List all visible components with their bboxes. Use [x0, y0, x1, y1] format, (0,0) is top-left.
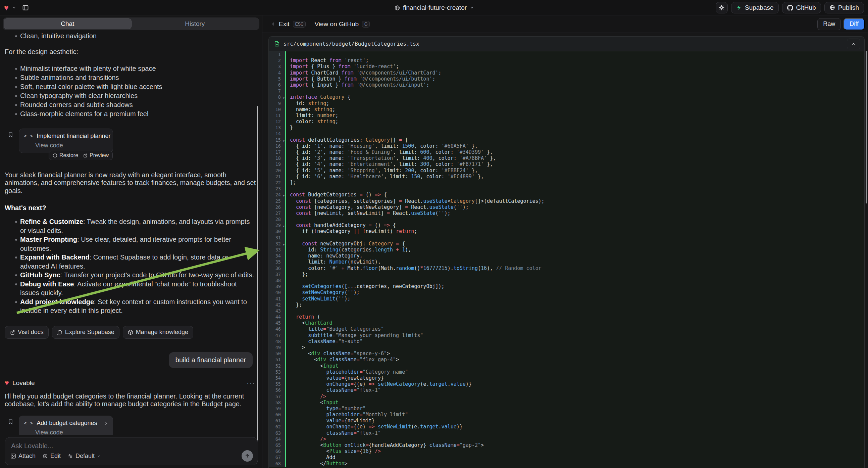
list-item: Soft, neutral color palette with light b… — [5, 82, 257, 91]
g-key-badge: G — [362, 21, 370, 28]
esc-key-badge: ESC — [293, 21, 306, 28]
manage-knowledge-button[interactable]: Manage knowledge — [123, 326, 193, 339]
bookmark-icon[interactable] — [8, 418, 13, 426]
top-bar: ♥ financial-future-creator Supabase — [0, 0, 868, 16]
exit-button[interactable]: Exit ESC — [271, 21, 306, 28]
supabase-button[interactable]: Supabase — [731, 2, 779, 13]
model-selector[interactable]: Default — [67, 452, 101, 460]
edit-mode-button[interactable]: Edit — [42, 452, 61, 460]
view-on-github-button[interactable]: View on GitHub G — [314, 21, 370, 28]
code-scrollbar[interactable] — [866, 51, 867, 203]
view-code-link[interactable]: View code — [35, 429, 108, 435]
sidebar-toggle-button[interactable] — [20, 2, 32, 13]
chevron-down-icon — [470, 6, 474, 10]
list-item: Subtle animations and transitions — [5, 73, 257, 82]
collapse-file-button[interactable] — [847, 39, 860, 49]
list-item: Glass-morphic elements for a premium fee… — [5, 110, 257, 118]
list-item: Rounded corners and subtle shadows — [5, 100, 257, 110]
sliders-icon — [67, 453, 73, 459]
list-item: Refine & Customize: Tweak the design, an… — [5, 217, 257, 235]
composer: Attach Edit Default — [5, 437, 258, 465]
list-item: Clean typography with clear hierarchies — [5, 91, 257, 100]
chevron-up-icon — [851, 41, 856, 46]
tab-history[interactable]: History — [131, 19, 259, 29]
github-icon — [787, 5, 793, 11]
publish-button[interactable]: Publish — [825, 2, 864, 13]
version-card-wrap: < > Implement financial planner View cod… — [19, 128, 113, 153]
user-message: build a financial planner — [169, 352, 253, 368]
arrow-up-icon — [245, 453, 250, 459]
bullet-list: Clean, intuitive navigation — [5, 32, 257, 40]
restore-icon — [53, 153, 57, 158]
globe-icon — [829, 5, 835, 10]
chat-panel: Chat History Clean, intuitive navigation… — [0, 16, 262, 468]
aesthetic-bullet-list: Minimalist interface with plenty of whit… — [5, 64, 257, 118]
globe-icon — [394, 5, 400, 11]
file-added-icon — [274, 40, 280, 47]
project-name: financial-future-creator — [403, 4, 467, 11]
intro-text: I'll help you add budget categories to t… — [5, 392, 257, 408]
assistant-header: ♥ Lovable ··· — [5, 379, 257, 387]
version-card-title: Add budget categories — [37, 420, 100, 427]
version-card-wrap: < > Add budget categories View code Rest… — [19, 416, 113, 435]
list-item: Clean, intuitive navigation — [5, 32, 257, 40]
send-button[interactable] — [242, 450, 253, 462]
list-item: Add project knowledge: Set key context o… — [5, 297, 257, 315]
list-item: Master Prompting: Use clear, detailed, a… — [5, 235, 257, 253]
file-path: src/components/budget/BudgetCategories.t… — [283, 40, 420, 47]
restore-button[interactable]: Restore — [53, 152, 78, 158]
supabase-bolt-icon — [736, 5, 742, 10]
message-menu-button[interactable]: ··· — [247, 379, 255, 387]
attach-button[interactable]: Attach — [10, 452, 36, 460]
code-lines[interactable]: 12import React from 'react';3import { Pl… — [269, 51, 864, 468]
list-item: Expand with Backend: Connect Supabase to… — [5, 253, 257, 271]
image-icon — [10, 453, 16, 459]
chevron-down-icon[interactable] — [12, 6, 16, 10]
restore-preview-toolbar: Restore Preview — [49, 151, 113, 160]
chat-input[interactable] — [11, 442, 252, 450]
code-panel: Exit ESC View on GitHub G Raw Diff src/c… — [262, 16, 868, 468]
chat-scrollbar[interactable] — [257, 106, 258, 450]
next-steps-list: Refine & Customize: Tweak the design, an… — [5, 217, 257, 315]
file-header[interactable]: src/components/budget/BudgetCategories.t… — [269, 37, 864, 51]
version-card-implement-financial-planner[interactable]: < > Implement financial planner View cod… — [19, 128, 113, 153]
app-window: ♥ financial-future-creator Supabase — [0, 0, 868, 468]
project-switcher[interactable]: financial-future-creator — [394, 0, 474, 16]
chat-bubble-icon — [57, 330, 62, 335]
tab-chat[interactable]: Chat — [4, 19, 131, 29]
version-card-title: Implement financial planner — [37, 133, 111, 140]
code-icon: < > — [24, 133, 33, 139]
chevron-right-icon — [104, 421, 108, 426]
preview-button[interactable]: Preview — [83, 152, 109, 158]
file-diff-card: src/components/budget/BudgetCategories.t… — [269, 36, 865, 468]
target-icon — [42, 453, 48, 459]
github-button[interactable]: GitHub — [782, 2, 821, 13]
external-link-icon — [83, 153, 88, 158]
code-icon: < > — [24, 420, 33, 426]
design-heading: For the design aesthetic: — [5, 48, 257, 56]
list-item: Minimalist interface with plenty of whit… — [5, 64, 257, 73]
panel-left-icon — [22, 4, 29, 11]
chevron-down-icon — [97, 454, 101, 458]
chat-history-tabs: Chat History — [3, 18, 259, 30]
lovable-logo-icon[interactable]: ♥ — [4, 4, 9, 12]
bookmark-icon[interactable] — [8, 131, 13, 138]
settings-button[interactable] — [716, 2, 728, 13]
quick-actions: Visit docs Explore Supabase Manage knowl… — [5, 326, 257, 339]
raw-toggle-button[interactable]: Raw — [817, 18, 841, 30]
list-item: Debug with Ease: Activate our experiment… — [5, 280, 257, 297]
gear-icon — [718, 4, 725, 11]
visit-docs-button[interactable]: Visit docs — [5, 326, 49, 339]
chat-messages[interactable]: Clean, intuitive navigation For the desi… — [0, 32, 262, 435]
lovable-avatar: ♥ — [5, 379, 9, 387]
whats-next-heading: What's next? — [5, 204, 257, 212]
assistant-name: Lovable — [12, 379, 35, 387]
explore-supabase-button[interactable]: Explore Supabase — [52, 326, 119, 339]
list-item: GitHub Sync: Transfer your project's cod… — [5, 271, 257, 280]
external-link-icon — [10, 330, 15, 335]
diff-toggle-button[interactable]: Diff — [843, 18, 865, 30]
chevron-left-icon — [271, 22, 276, 26]
view-code-link[interactable]: View code — [35, 142, 108, 149]
code-toolbar: Exit ESC View on GitHub G Raw Diff — [262, 16, 868, 33]
version-card-add-budget-categories[interactable]: < > Add budget categories View code Rest… — [19, 416, 113, 435]
